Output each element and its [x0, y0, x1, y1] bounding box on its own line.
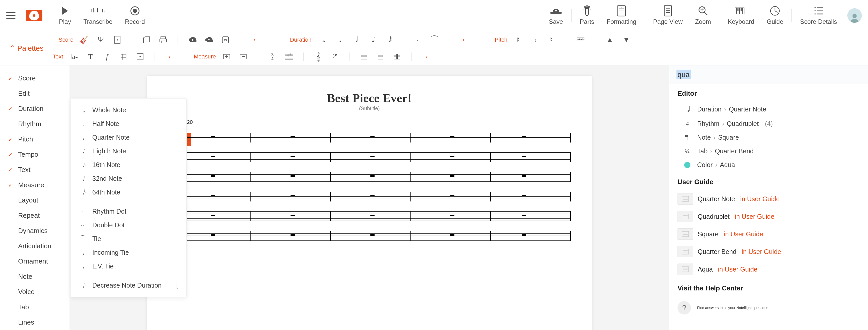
flat-icon[interactable]: ♭	[531, 36, 539, 44]
submenu-rhythm-dot[interactable]: ·Rhythm Dot	[70, 205, 186, 218]
sharp-icon[interactable]: ♯	[514, 36, 522, 44]
whole-note-icon[interactable]: 𝅝	[318, 36, 327, 44]
app-logo[interactable]	[26, 10, 42, 21]
timesig-34-icon[interactable]: 34	[268, 53, 277, 61]
help-center-link[interactable]: ? Find answers to all your Noteflight qu…	[678, 296, 860, 319]
guide-result-quarter-note[interactable]: Quarter Notein User Guide	[678, 190, 860, 208]
quarter-note-icon[interactable]: 𝅘𝅥	[351, 36, 360, 44]
barline-single-icon[interactable]	[360, 53, 368, 61]
sidebar-item-edit[interactable]: ✓Edit	[0, 86, 69, 101]
page-title[interactable]: Best Piece Ever!	[168, 91, 571, 105]
submenu-32nd-note[interactable]: 𝅘𝅥𝅰32nd Note	[70, 172, 186, 185]
triangle-up-icon[interactable]: ▲	[606, 36, 614, 44]
parts-button[interactable]: Parts	[574, 6, 600, 25]
sidebar-item-note[interactable]: ✓Note	[0, 269, 69, 284]
submenu-decrease-note-duration[interactable]: 𝅘𝅥𝅮Decrease Note Duration[	[70, 278, 186, 292]
guitar-icon[interactable]: 🎸	[80, 36, 88, 44]
enharmonic-icon[interactable]	[577, 36, 585, 44]
guide-result-quadruplet[interactable]: Quadrupletin User Guide	[678, 208, 860, 225]
sidebar-item-layout[interactable]: ✓Layout	[0, 193, 69, 208]
submenu-l.v.-tie[interactable]: 𝅘𝅥L.V. Tie	[70, 260, 186, 273]
chevron-right-icon[interactable]: ›	[422, 53, 430, 61]
staff[interactable]: 𝄞44	[168, 209, 571, 224]
treble-clef-icon[interactable]: 𝄞	[314, 53, 322, 61]
dot-icon[interactable]: ·	[413, 36, 422, 44]
barline-final-icon[interactable]	[393, 53, 401, 61]
transcribe-button[interactable]: Transcribe	[77, 6, 119, 25]
half-note-icon[interactable]: 𝅗𝅥	[335, 36, 343, 44]
sidebar-item-score[interactable]: ✓Score	[0, 70, 69, 86]
text-tool-icon[interactable]: T	[86, 53, 95, 61]
search-result-aqua[interactable]: Color›Aqua	[678, 158, 860, 172]
guide-result-aqua[interactable]: Aquain User Guide	[678, 261, 860, 278]
search-result-quarter-note[interactable]: 𝅘𝅥Duration›Quarter Note	[678, 102, 860, 117]
natural-icon[interactable]: ♮	[547, 36, 556, 44]
play-button[interactable]: Play	[53, 6, 77, 25]
menu-icon[interactable]	[6, 12, 16, 19]
guide-result-square[interactable]: Squarein User Guide	[678, 225, 860, 243]
sidebar-item-voice[interactable]: ✓Voice	[0, 284, 69, 299]
staff[interactable]: 𝄞44	[168, 130, 571, 145]
keyboard-button[interactable]: Keyboard	[721, 6, 761, 25]
guide-result-quarter-bend[interactable]: Quarter Bendin User Guide	[678, 243, 860, 261]
search-result-square[interactable]: Note›Square	[678, 130, 860, 144]
search-box[interactable]: qua	[669, 65, 868, 84]
submenu-whole-note[interactable]: 𝅝Whole Note	[70, 103, 186, 117]
search-result-quarter-bend[interactable]: ¼Tab›Quarter Bend	[678, 144, 860, 158]
page-subtitle[interactable]: (Subtitle)	[168, 106, 571, 112]
lyrics-icon[interactable]: la-	[70, 53, 78, 61]
sidebar-item-measure[interactable]: ✓Measure	[0, 177, 69, 193]
sixteenth-note-icon[interactable]: 𝅘𝅥𝅯	[384, 36, 393, 44]
chevron-right-icon[interactable]: ›	[459, 36, 468, 44]
add-measure-icon[interactable]	[222, 53, 231, 61]
tie-icon[interactable]: ⁀	[430, 36, 438, 44]
submenu-double-dot[interactable]: ··Double Dot	[70, 218, 186, 232]
sidebar-item-tab[interactable]: ✓Tab	[0, 299, 69, 315]
sidebar-item-repeat[interactable]: ✓Repeat	[0, 208, 69, 223]
cloud-up-icon[interactable]	[205, 36, 213, 44]
sidebar-item-rhythm[interactable]: ✓Rhythm	[0, 116, 69, 132]
sidebar-item-tempo[interactable]: ✓Tempo	[0, 147, 69, 162]
record-button[interactable]: Record	[119, 6, 151, 25]
sidebar-item-dynamics[interactable]: ✓Dynamics	[0, 223, 69, 238]
palettes-toggle[interactable]: ⌃ Palettes	[9, 44, 43, 53]
guide-button[interactable]: Guide	[761, 6, 789, 25]
eighth-note-icon[interactable]: 𝅘𝅥𝅮	[368, 36, 376, 44]
scoredetails-button[interactable]: Score Details	[794, 6, 843, 25]
sidebar-item-lines[interactable]: ✓Lines	[0, 315, 69, 330]
formatting-button[interactable]: ♪ Formatting	[600, 6, 643, 25]
bass-clef-icon[interactable]: 𝄢	[331, 53, 339, 61]
staff[interactable]: 𝄞44	[168, 228, 571, 243]
copy-icon[interactable]	[143, 36, 151, 44]
zoom-button[interactable]: Zoom	[689, 6, 717, 25]
staff[interactable]: 𝄞44	[168, 170, 571, 184]
tempo-mark[interactable]: 𝅘𝅥= 120	[178, 119, 571, 125]
chevron-right-icon[interactable]: ›	[165, 53, 174, 61]
chord-grid-icon[interactable]: D	[119, 53, 128, 61]
barline-double-icon[interactable]	[376, 53, 384, 61]
page-note-icon[interactable]: ♪	[113, 36, 122, 44]
submenu-16th-note[interactable]: 𝅘𝅥𝅯16th Note	[70, 158, 186, 172]
sidebar-item-articulation[interactable]: ✓Articulation	[0, 238, 69, 254]
keysig-icon[interactable]: ♯♯	[285, 53, 293, 61]
search-result-quadruplet[interactable]: — 4 —Rhythm›Quadruplet(4)	[678, 117, 860, 130]
submenu-tie[interactable]: ⁀Tie	[70, 232, 186, 246]
tuning-fork-icon[interactable]: Ψ	[97, 36, 105, 44]
chevron-right-icon[interactable]: ›	[250, 36, 259, 44]
save-button[interactable]: Save	[542, 6, 569, 25]
sidebar-item-text[interactable]: ✓Text	[0, 162, 69, 177]
submenu-quarter-note[interactable]: 𝅘𝅥Quarter Note	[70, 130, 186, 144]
text-frame-icon[interactable]: A	[136, 53, 144, 61]
submenu-incoming-tie[interactable]: 𝅘𝅥Incoming Tie	[70, 246, 186, 260]
triangle-down-icon[interactable]: ▼	[622, 36, 630, 44]
sidebar-item-pitch[interactable]: ✓Pitch	[0, 132, 69, 147]
avatar[interactable]	[847, 8, 862, 23]
staff[interactable]: 𝄞44	[168, 189, 571, 204]
staff[interactable]: 𝄞44	[168, 150, 571, 165]
dynamics-text-icon[interactable]: f	[103, 53, 111, 61]
submenu-eighth-note[interactable]: 𝅘𝅥𝅮Eighth Note	[70, 144, 186, 158]
submenu-64th-note[interactable]: 𝅘𝅥𝅱64th Note	[70, 185, 186, 199]
submenu-half-note[interactable]: 𝅗𝅥Half Note	[70, 117, 186, 130]
remove-measure-icon[interactable]	[239, 53, 247, 61]
sidebar-item-ornament[interactable]: ✓Ornament	[0, 254, 69, 269]
